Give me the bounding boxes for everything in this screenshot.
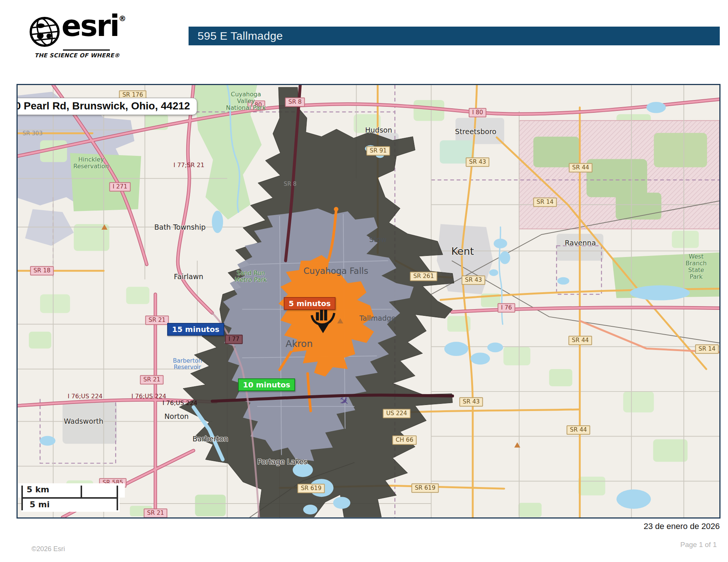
scale-km-label: 5 km <box>27 485 49 494</box>
map-frame: ✈ SR 176I 80SR 8I 80SR 91SR 43SR 44SR 14… <box>16 84 721 519</box>
place-label: Tallmadge <box>360 314 396 322</box>
esri-wordmark: esri® <box>61 9 126 43</box>
place-label: Barberton <box>192 435 228 443</box>
place-label: Cuyahoga Falls <box>304 266 368 276</box>
place-label: Kent <box>451 246 474 257</box>
road-shield: SR 14 <box>695 344 719 354</box>
park-label: Cuyahoga Valley National Park <box>226 91 266 111</box>
globe-icon <box>29 16 60 47</box>
logo-tagline: THE SCIENCE OF WHERE® <box>34 52 120 59</box>
report-date: 23 de enero de 2026 <box>644 522 720 531</box>
scale-mi-label: 5 mi <box>30 500 49 509</box>
park-label: Hinckley Reservation <box>73 156 109 170</box>
place-label: Wadsworth <box>64 417 103 425</box>
drive-time-tag: 15 minutos <box>167 323 224 336</box>
road-shield: SR 619 <box>297 484 325 493</box>
map-label-layer: SR 176I 80SR 8I 80SR 91SR 43SR 44SR 14SR… <box>18 85 719 517</box>
road-shield: I 271 <box>109 182 130 191</box>
place-label: Fairlawn <box>174 273 203 281</box>
road-shield: SR 43 <box>466 157 489 167</box>
road-shield: I 76;US 224 <box>67 393 102 400</box>
place-label: Ravenna <box>565 239 596 247</box>
water-label: Barberton Reservoir <box>173 358 202 371</box>
road-shield: SR 43 <box>461 275 485 285</box>
place-label: Norton <box>165 413 189 420</box>
place-label: Streetsboro <box>455 128 496 136</box>
place-label: Bath Township <box>154 223 205 231</box>
report-title: 595 E Tallmadge <box>189 30 283 42</box>
place-label: Hudson <box>365 126 392 134</box>
road-shield: SR 44 <box>568 336 592 345</box>
road-shield: US 224 <box>383 409 410 418</box>
scale-bar: 5 km 5 mi <box>18 483 130 513</box>
report-title-bar: 595 E Tallmadge <box>189 27 720 45</box>
road-shield: SR 14 <box>533 197 557 207</box>
place-label: Portage Lakes <box>257 458 307 466</box>
road-shield: I 77;SR 21 <box>174 162 204 169</box>
road-shield: SR 18 <box>30 266 54 275</box>
road-shield: CH 66 <box>392 435 416 445</box>
drive-time-tag: 5 minutos <box>284 297 336 310</box>
road-shield: SR 8 <box>284 181 297 187</box>
address-callout: 0 Pearl Rd, Brunswick, Ohio, 44212 <box>16 98 197 115</box>
esri-logo: esri® THE SCIENCE OF WHERE® <box>29 14 127 61</box>
road-shield: SR 44 <box>569 163 592 172</box>
road-shield: SR 21 <box>140 375 163 384</box>
place-label: Akron <box>286 339 313 349</box>
road-shield: I 76 <box>497 303 515 312</box>
page-number: Page 1 of 1 <box>680 541 717 549</box>
road-shield: SR 91 <box>366 146 390 155</box>
road-shield: I 76;US 224 <box>162 400 197 407</box>
drive-time-tag: 10 minutos <box>238 378 295 391</box>
road-shield: SR 619 <box>411 483 439 493</box>
park-label: West Branch State Park <box>685 253 708 280</box>
road-shield: SR 21 <box>145 315 169 325</box>
scale-km-box: 5 km <box>18 483 125 498</box>
road-shield: SR 44 <box>566 425 590 435</box>
scale-mi-box: 5 mi <box>21 498 120 512</box>
report-page: esri® THE SCIENCE OF WHERE® 595 E Tallma… <box>0 0 728 562</box>
road-shield: SR 43 <box>459 397 483 407</box>
road-shield: SR 8 <box>285 97 305 107</box>
copyright: ©2026 Esri <box>31 545 65 553</box>
road-shield: I 77 <box>225 335 243 344</box>
place-label: Stow <box>369 236 387 244</box>
road-shield: SR 261 <box>410 272 437 281</box>
road-shield: I 80 <box>469 108 486 117</box>
logo-underline <box>63 49 110 51</box>
road-shield: SR 303 <box>22 130 42 137</box>
road-shield: SR 21 <box>144 508 167 518</box>
park-label: Sand Run Metro Park <box>235 270 267 283</box>
road-shield: I 76;US 224 <box>131 393 166 400</box>
